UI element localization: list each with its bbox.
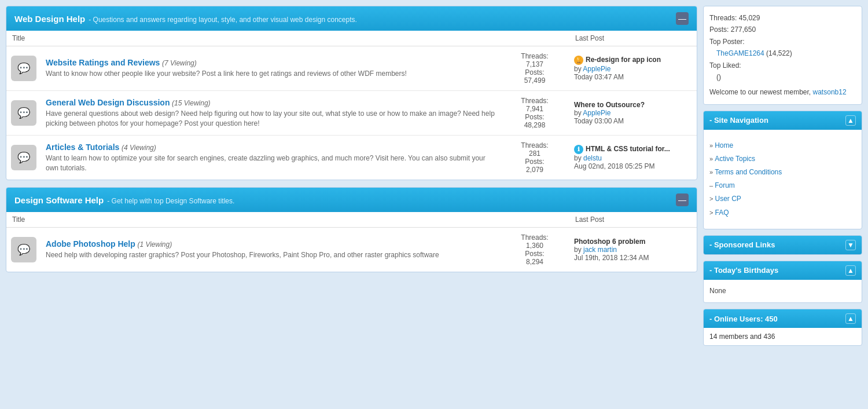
forum-stats-website-ratings: Threads:7,137 Posts:57,499 [500, 46, 569, 91]
birthdays-title: - Today's Birthdays [709, 266, 778, 275]
site-nav-header: - Site Navigation ▲ [704, 111, 862, 130]
nav-item-5: > FAQ [709, 206, 856, 220]
online-users-header: - Online Users: 450 ▲ [704, 309, 862, 328]
col-stats-header-ds [500, 212, 569, 228]
nav-link[interactable]: Active Topics [715, 155, 755, 163]
birthdays-header: - Today's Birthdays ▲ [704, 261, 862, 280]
top-poster-name: TheGAME1264 (14,522) [709, 48, 856, 59]
posts-count: Posts:48,298 [524, 113, 546, 129]
nav-prefix: » [709, 169, 715, 176]
design-software-collapse-btn[interactable]: — [676, 193, 689, 206]
posts-count: Posts:8,294 [525, 250, 544, 266]
chat-bubble-icon: 💬 [11, 237, 36, 262]
threads-count: Threads:7,941 [521, 97, 548, 113]
lastpost-subject: ℹHTML & CSS tutorial for... [574, 145, 692, 154]
forum-info-website-ratings: Website Ratings and Reviews (7 Viewing) … [41, 46, 500, 91]
sponsored-links-header: - Sponsored Links ▼ [704, 236, 862, 254]
lastpost-subject: 🏆Re-design for app icon [574, 56, 692, 65]
web-design-desc: - Questions and answers regarding layout… [89, 16, 357, 24]
forum-desc: Have general questions about web design?… [46, 109, 495, 129]
top-liked-label: Top Liked: [709, 61, 741, 70]
col-title-header-ds: Title [6, 212, 500, 228]
threads-count: Threads:281 [521, 141, 548, 158]
design-software-title: Design Software Help [14, 195, 104, 205]
threads-label: Threads: 45,029 [709, 14, 760, 22]
forum-icon-articles-tutorials: 💬 [6, 136, 41, 180]
forum-title-link[interactable]: General Web Design Discussion [46, 98, 170, 107]
col-lastpost-header: Last Post [569, 31, 697, 46]
online-users-collapse-btn[interactable]: ▲ [845, 313, 856, 324]
site-nav-content: » Home» Active Topics» Terms and Conditi… [704, 130, 862, 229]
forum-title-link[interactable]: Website Ratings and Reviews [46, 58, 160, 67]
newest-member-link[interactable]: watsonb12 [813, 88, 847, 96]
lastpost-time: Jul 19th, 2018 12:34 AM [574, 254, 692, 262]
forum-row-articles-tutorials: 💬 Articles & Tutorials (4 Viewing) Want … [6, 136, 697, 180]
forum-row-website-ratings: 💬 Website Ratings and Reviews (7 Viewing… [6, 46, 697, 91]
lastpost-by: by ApplePie [574, 109, 692, 117]
forum-icon-general-web-design: 💬 [6, 91, 41, 136]
chat-bubble-icon: 💬 [11, 100, 36, 126]
threads-count: Threads:7,137 [521, 52, 548, 68]
lastpost-author-link[interactable]: ApplePie [583, 65, 610, 73]
nav-prefix: » [709, 155, 715, 162]
web-design-collapse-btn[interactable]: — [676, 12, 689, 25]
forum-info-articles-tutorials: Articles & Tutorials (4 Viewing) Want to… [41, 136, 500, 180]
web-design-title: Web Design Help [14, 14, 85, 24]
forum-title-link[interactable]: Adobe Photoshop Help [46, 239, 135, 249]
posts-count: Posts:2,079 [525, 158, 544, 174]
sponsored-links-collapse-btn[interactable]: ▼ [845, 240, 856, 250]
lastpost-author-link[interactable]: jack martin [583, 246, 617, 254]
top-poster-link[interactable]: TheGAME1264 [716, 49, 764, 57]
online-users-count: 14 members and 436 [704, 328, 862, 345]
forum-viewing: (15 Viewing) [172, 99, 210, 107]
forum-lastpost-website-ratings: 🏆Re-design for app icon by ApplePie Toda… [569, 46, 697, 91]
lastpost-subject: Photoshop 6 problem [574, 238, 692, 246]
posts-count: Posts:57,499 [524, 68, 546, 85]
birthdays-collapse-btn[interactable]: ▲ [845, 265, 856, 276]
forum-title-link[interactable]: Articles & Tutorials [46, 143, 119, 152]
nav-link[interactable]: FAQ [715, 209, 729, 217]
nav-link[interactable]: Terms and Conditions [715, 168, 782, 176]
lastpost-time: Today 03:47 AM [574, 73, 692, 81]
forum-stats-general-web-design: Threads:7,941 Posts:48,298 [500, 91, 569, 136]
col-title-header: Title [6, 31, 500, 46]
nav-prefix: » [709, 142, 715, 149]
web-design-table: Title Last Post 💬 Website Ratings and Re… [6, 31, 697, 180]
welcome-text: Welcome to our newest member, watsonb12 [709, 86, 856, 98]
nav-link[interactable]: Home [715, 141, 733, 149]
design-software-table: Title Last Post 💬 Adobe Photoshop Help (… [6, 212, 697, 272]
forum-row-adobe-photoshop: 💬 Adobe Photoshop Help (1 Viewing) Need … [6, 228, 697, 272]
birthdays-content: None [704, 280, 862, 302]
design-software-section: Design Software Help - Get help with top… [6, 187, 697, 272]
top-liked-value: () [709, 71, 856, 83]
forum-desc: Want to know how other people like your … [46, 69, 495, 79]
forum-desc: Need help with developing raster graphic… [46, 250, 495, 260]
chat-bubble-icon: 💬 [11, 56, 36, 81]
site-nav-collapse-btn[interactable]: ▲ [845, 115, 856, 126]
birthdays-box: - Today's Birthdays ▲ None [703, 261, 862, 303]
sponsored-links-box: - Sponsored Links ▼ [703, 235, 862, 255]
forum-lastpost-adobe-photoshop: Photoshop 6 problem by jack martin Jul 1… [569, 228, 697, 272]
birthdays-none: None [709, 287, 726, 295]
threads-count: Threads:1,360 [521, 233, 548, 250]
lastpost-author-link[interactable]: ApplePie [583, 109, 610, 117]
nav-list: » Home» Active Topics» Terms and Conditi… [709, 136, 856, 223]
lastpost-by: by jack martin [574, 246, 692, 254]
forum-info-adobe-photoshop: Adobe Photoshop Help (1 Viewing) Need he… [41, 228, 500, 272]
sponsored-links-title: - Sponsored Links [709, 240, 775, 249]
lastpost-author-link[interactable]: delstu [583, 154, 602, 162]
stats-content: Threads: 45,029 Posts: 277,650 Top Poste… [704, 6, 862, 104]
nav-item-0: » Home [709, 139, 856, 152]
nav-link[interactable]: User CP [715, 195, 741, 203]
forum-desc: Want to learn how to optimize your site … [46, 154, 495, 173]
forum-lastpost-general-web-design: Where to Outsource? by ApplePie Today 03… [569, 91, 697, 136]
nav-link[interactable]: Forum [715, 181, 735, 189]
nav-item-4: > User CP [709, 192, 856, 206]
online-users-box: - Online Users: 450 ▲ 14 members and 436 [703, 309, 862, 346]
forum-viewing: (1 Viewing) [137, 240, 172, 249]
forum-row-general-web-design: 💬 General Web Design Discussion (15 View… [6, 91, 697, 136]
design-software-header: Design Software Help - Get help with top… [6, 188, 697, 212]
forum-icon-adobe-photoshop: 💬 [6, 228, 41, 272]
nav-prefix: – [709, 182, 715, 189]
nav-item-2: » Terms and Conditions [709, 166, 856, 179]
